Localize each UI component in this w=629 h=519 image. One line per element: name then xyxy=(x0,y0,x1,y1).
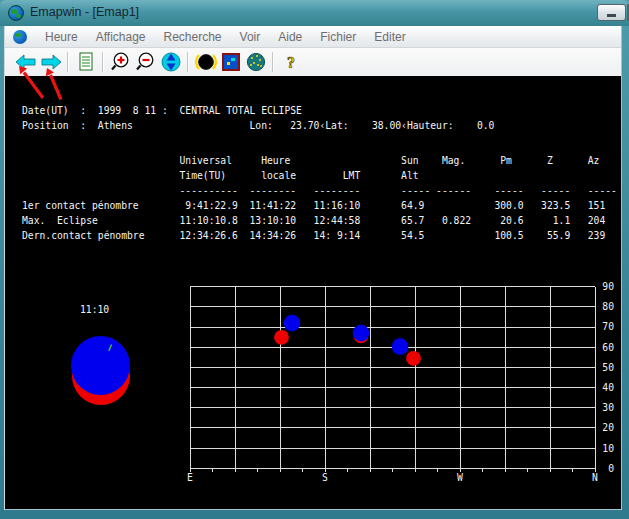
menubar: Heure Affichage Recherche Voir Aide Fich… xyxy=(5,26,622,48)
zoom-out-button[interactable] xyxy=(133,50,158,75)
toolbar-separator xyxy=(67,52,69,72)
client-area: Date(UT) : 1999 8 11 : CENTRAL TOTAL ECL… xyxy=(5,76,622,510)
toolbar-separator xyxy=(102,52,104,72)
new-document-button[interactable] xyxy=(73,50,98,75)
contact-times-table: Universal Heure Sun Mag. Pm Z Az Time(TU… xyxy=(22,153,617,243)
zoom-in-icon xyxy=(110,51,132,73)
titlebar[interactable]: Emapwin - [Emap1] xyxy=(0,0,629,26)
menu-recherche[interactable]: Recherche xyxy=(164,30,222,44)
document-icon xyxy=(75,51,97,73)
help-button[interactable]: ? xyxy=(278,50,303,75)
minimize-button[interactable] xyxy=(597,4,626,21)
eclipse-info-text: Date(UT) : 1999 8 11 : CENTRAL TOTAL ECL… xyxy=(22,103,494,133)
mdi-child-globe-icon[interactable] xyxy=(13,30,27,44)
menu-heure[interactable]: Heure xyxy=(45,30,78,44)
menu-affichage[interactable]: Affichage xyxy=(96,30,146,44)
eclipse-view-button[interactable] xyxy=(193,50,218,75)
help-icon: ? xyxy=(280,51,302,73)
app-globe-icon xyxy=(8,5,24,21)
menu-editer[interactable]: Editer xyxy=(374,30,405,44)
window-inner-edge xyxy=(621,26,622,510)
toolbar-separator xyxy=(272,52,274,72)
globe-navigation-button[interactable] xyxy=(158,50,183,75)
zoom-out-icon xyxy=(135,51,157,73)
window-inner-edge xyxy=(5,509,622,510)
menu-fichier[interactable]: Fichier xyxy=(320,30,356,44)
forward-button[interactable] xyxy=(38,50,63,75)
window-title: Emapwin - [Emap1] xyxy=(30,5,139,19)
map-view-button[interactable] xyxy=(218,50,243,75)
map-icon xyxy=(220,51,242,73)
star-map-button[interactable] xyxy=(243,50,268,75)
toolbar-separator xyxy=(187,52,189,72)
menu-voir[interactable]: Voir xyxy=(240,30,261,44)
star-map-icon xyxy=(245,51,267,73)
toolbar: ? xyxy=(5,48,622,76)
minimize-icon xyxy=(607,14,616,17)
forward-arrow-icon xyxy=(40,52,62,72)
eclipse-icon xyxy=(195,51,217,73)
globe-arrows-icon xyxy=(160,51,182,73)
app-window: Emapwin - [Emap1] Heure Affichage Recher… xyxy=(0,0,629,519)
window-inner-edge xyxy=(4,26,5,510)
svg-text:?: ? xyxy=(287,54,295,71)
back-button[interactable] xyxy=(13,50,38,75)
zoom-in-button[interactable] xyxy=(108,50,133,75)
back-arrow-icon xyxy=(15,52,37,72)
menu-aide[interactable]: Aide xyxy=(278,30,302,44)
